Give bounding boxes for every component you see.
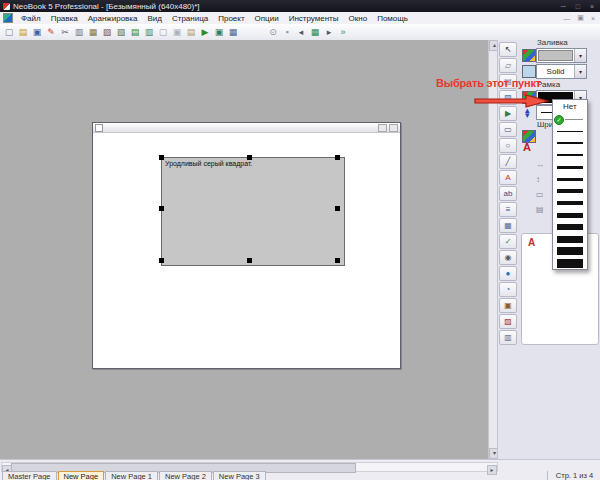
tool-listbox-button[interactable]: ≡ bbox=[499, 202, 517, 217]
page-window-maximize-button[interactable] bbox=[389, 124, 398, 132]
nav-next-button[interactable]: ▸ bbox=[322, 25, 336, 39]
arrange-button[interactable]: ▧ bbox=[114, 25, 128, 39]
fill-color-caret-icon[interactable]: ▾ bbox=[574, 49, 586, 62]
selection-handle-middle-left[interactable] bbox=[159, 206, 164, 211]
border-width-option-none[interactable]: Нет bbox=[553, 100, 587, 113]
object-list-icon[interactable]: ▤ bbox=[536, 205, 544, 214]
border-width-option-13[interactable] bbox=[553, 257, 587, 269]
align-horizontal-icon[interactable]: ↔ bbox=[536, 160, 544, 169]
selection-handle-bottom-right[interactable] bbox=[335, 258, 340, 263]
menu-view[interactable]: Вид bbox=[142, 14, 166, 23]
fill-style-select[interactable]: Solid ▾ bbox=[536, 64, 587, 79]
tool-media-button[interactable]: ▶ bbox=[499, 106, 517, 121]
tool-line-button[interactable]: ╱ bbox=[499, 154, 517, 169]
selected-rectangle-object[interactable]: Уродливый серый квадрат. bbox=[161, 157, 345, 266]
tool-web-button[interactable]: ● bbox=[499, 266, 517, 281]
tool-checkbox-button[interactable]: ✓ bbox=[499, 234, 517, 249]
publish-button[interactable]: ▤ bbox=[184, 25, 198, 39]
publish-icon: ▤ bbox=[187, 27, 196, 37]
run-button[interactable]: ▶ bbox=[198, 25, 212, 39]
tool-select-button[interactable]: ↖ bbox=[499, 42, 517, 57]
tool-grid-button[interactable]: ▦ bbox=[499, 218, 517, 233]
border-width-option-8[interactable] bbox=[553, 197, 587, 209]
menu-help[interactable]: Помощь bbox=[372, 14, 413, 23]
tool-timer-button[interactable]: ◔ bbox=[499, 282, 517, 297]
tab-new-page-3[interactable]: New Page 3 bbox=[213, 471, 266, 480]
border-width-option-12[interactable] bbox=[553, 245, 587, 257]
nav-prev-button[interactable]: ◂ bbox=[294, 25, 308, 39]
tool-radio-button[interactable]: ◉ bbox=[499, 250, 517, 265]
open-publication-button[interactable]: ▤ bbox=[16, 25, 30, 39]
run-page-button[interactable]: ▣ bbox=[212, 25, 226, 39]
mdi-restore-button[interactable]: ▣ bbox=[577, 14, 584, 22]
tool-rectangle-button[interactable]: ▭ bbox=[499, 122, 517, 137]
border-width-option-10[interactable] bbox=[553, 221, 587, 233]
listbox-icon: ≡ bbox=[506, 205, 511, 214]
selection-handle-top-middle[interactable] bbox=[247, 155, 252, 160]
menu-arrange[interactable]: Аранжировка bbox=[83, 14, 143, 23]
paste-button[interactable]: ▦ bbox=[86, 25, 100, 39]
duplicate-page-button[interactable]: ▥ bbox=[142, 25, 156, 39]
pin-button[interactable]: ⊙ bbox=[266, 25, 280, 39]
menu-tools[interactable]: Инструменты bbox=[284, 14, 344, 23]
tab-master-page[interactable]: Master Page bbox=[2, 471, 57, 480]
border-width-option-6[interactable] bbox=[553, 173, 587, 185]
nav-first-button[interactable]: ▪ bbox=[280, 25, 294, 39]
menu-file[interactable]: Файл bbox=[16, 14, 46, 23]
line-sample-7 bbox=[557, 189, 583, 193]
clipboard-button[interactable]: ▣ bbox=[170, 25, 184, 39]
border-width-option-4[interactable] bbox=[553, 149, 587, 161]
tab-new-page[interactable]: New Page bbox=[58, 471, 105, 480]
tool-container-button[interactable]: ▥ bbox=[499, 330, 517, 345]
fill-color-select[interactable]: ▾ bbox=[536, 48, 587, 63]
copy-button[interactable]: ▥ bbox=[72, 25, 86, 39]
window-close-button[interactable]: × bbox=[590, 3, 594, 10]
selection-handle-top-right[interactable] bbox=[335, 155, 340, 160]
font-picker-button[interactable]: A bbox=[523, 141, 531, 153]
selection-handle-middle-right[interactable] bbox=[335, 206, 340, 211]
tool-textbox-button[interactable]: ab bbox=[499, 186, 517, 201]
save-button[interactable]: ▣ bbox=[30, 25, 44, 39]
selected-option-check-icon: ✓ bbox=[554, 115, 564, 125]
add-page-button[interactable]: ▤ bbox=[128, 25, 142, 39]
object-size-icon[interactable]: ▭ bbox=[536, 190, 544, 199]
selection-handle-bottom-middle[interactable] bbox=[247, 258, 252, 263]
menu-page[interactable]: Страница bbox=[167, 14, 213, 23]
cut-button[interactable]: ✂ bbox=[58, 25, 72, 39]
page-window-minimize-button[interactable] bbox=[378, 124, 387, 132]
selection-handle-top-left[interactable] bbox=[159, 155, 164, 160]
nav-screen-button[interactable]: ▦ bbox=[308, 25, 322, 39]
fill-style-caret-icon[interactable]: ▾ bbox=[574, 65, 586, 78]
tab-new-page-1[interactable]: New Page 1 bbox=[105, 471, 158, 480]
border-width-option-1[interactable]: ✓ bbox=[553, 113, 587, 125]
selection-handle-bottom-left[interactable] bbox=[159, 258, 164, 263]
tool-resources-button[interactable]: ▣ bbox=[499, 298, 517, 313]
mdi-minimize-button[interactable]: — bbox=[563, 15, 570, 22]
tab-new-page-2[interactable]: New Page 2 bbox=[159, 471, 212, 480]
menu-edit[interactable]: Правка bbox=[46, 14, 83, 23]
border-width-option-11[interactable] bbox=[553, 233, 587, 245]
tool-polygon-button[interactable]: ▱ bbox=[499, 58, 517, 73]
align-vertical-icon[interactable]: ↕ bbox=[536, 175, 540, 184]
menu-window[interactable]: Окно bbox=[344, 14, 373, 23]
tool-text-button[interactable]: A bbox=[499, 170, 517, 185]
border-width-option-9[interactable] bbox=[553, 209, 587, 221]
border-width-option-3[interactable] bbox=[553, 137, 587, 149]
tool-plugin-button[interactable]: ▨ bbox=[499, 314, 517, 329]
window-maximize-button[interactable]: □ bbox=[576, 3, 580, 10]
style-brush-button[interactable]: ✎ bbox=[44, 25, 58, 39]
delete-page-button[interactable]: ▢ bbox=[156, 25, 170, 39]
window-minimize-button[interactable]: ─ bbox=[561, 3, 566, 10]
screen-button[interactable]: ▦ bbox=[226, 25, 240, 39]
border-width-option-5[interactable] bbox=[553, 161, 587, 173]
menu-options[interactable]: Опции bbox=[250, 14, 284, 23]
tool-ellipse-button[interactable]: ○ bbox=[499, 138, 517, 153]
scroll-right-icon[interactable]: ▸ bbox=[487, 465, 497, 475]
delete-button[interactable]: ▨ bbox=[100, 25, 114, 39]
mdi-close-button[interactable]: × bbox=[591, 15, 595, 22]
border-width-option-7[interactable] bbox=[553, 185, 587, 197]
menu-project[interactable]: Проект bbox=[213, 14, 249, 23]
new-publication-button[interactable]: ▢ bbox=[2, 25, 16, 39]
nav-last-button[interactable]: » bbox=[336, 25, 350, 39]
border-width-option-2[interactable] bbox=[553, 125, 587, 137]
